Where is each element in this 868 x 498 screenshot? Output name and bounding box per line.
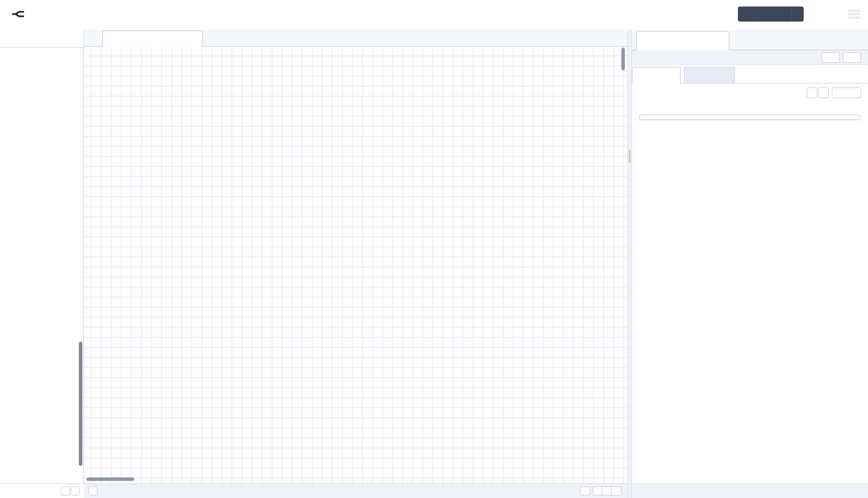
palette-footer xyxy=(0,483,84,498)
node-red-editor xyxy=(0,0,868,498)
tree-header-strip xyxy=(639,115,860,120)
gear-icon xyxy=(829,54,835,60)
user-avatar[interactable] xyxy=(822,8,835,21)
edit-settings-button[interactable] xyxy=(822,52,840,63)
add-page-button[interactable] xyxy=(832,88,861,98)
canvas-horizontal-scrollbar[interactable] xyxy=(86,477,134,481)
sidebar-subtabs xyxy=(632,67,868,83)
barchart-icon xyxy=(643,37,651,45)
header xyxy=(0,0,868,28)
sidebar-tab-strip xyxy=(632,30,868,50)
palette-scrollbar[interactable] xyxy=(79,342,82,466)
node-red-logo-icon xyxy=(11,6,26,22)
main-menu-button[interactable] xyxy=(848,10,860,18)
layout-tree xyxy=(639,115,861,120)
tab-theming[interactable] xyxy=(684,67,735,83)
caret-down-icon xyxy=(798,11,804,17)
flow-tab-strip xyxy=(84,30,627,47)
flow-canvas[interactable] xyxy=(84,47,627,483)
flow-list-button[interactable] xyxy=(615,34,624,43)
sidebar-resize-handle[interactable] xyxy=(627,30,632,498)
filter-nodes-input[interactable] xyxy=(16,34,78,43)
deploy-button[interactable] xyxy=(738,6,804,22)
sidebar xyxy=(632,30,868,483)
dashboard-header xyxy=(632,50,868,65)
wires xyxy=(84,47,627,483)
resize-grip-icon xyxy=(629,150,630,163)
search-icon xyxy=(6,35,13,42)
deploy-icon xyxy=(744,10,753,18)
external-link-icon xyxy=(851,54,856,60)
pages-header-row xyxy=(632,88,868,99)
open-dashboard-button[interactable] xyxy=(843,52,861,63)
add-flow-button[interactable] xyxy=(600,34,609,43)
navigator-map-button[interactable] xyxy=(580,486,590,496)
tab-flow-1[interactable] xyxy=(103,31,203,47)
palette-filter xyxy=(0,30,83,48)
canvas-search-button[interactable] xyxy=(89,486,97,496)
sidebar-footer xyxy=(632,483,868,498)
workspace xyxy=(84,30,627,483)
move-down-button[interactable] xyxy=(818,88,829,98)
palette-expand-button[interactable] xyxy=(71,486,80,496)
palette xyxy=(0,30,84,483)
workspace-footer xyxy=(84,483,627,498)
move-up-button[interactable] xyxy=(807,88,817,98)
zoom-in-button[interactable] xyxy=(612,486,622,496)
canvas-vertical-scrollbar[interactable] xyxy=(622,48,625,70)
footer xyxy=(0,483,868,498)
zoom-reset-button[interactable] xyxy=(602,486,612,496)
plus-icon xyxy=(843,90,848,95)
palette-collapse-button[interactable] xyxy=(61,486,70,496)
deploy-options-button[interactable] xyxy=(791,6,804,22)
tab-dashboard-2[interactable] xyxy=(637,31,729,50)
zoom-out-button[interactable] xyxy=(593,486,602,496)
palette-scroll-area[interactable] xyxy=(0,48,83,483)
header-accent-line xyxy=(0,28,868,30)
tab-layout[interactable] xyxy=(632,67,681,84)
